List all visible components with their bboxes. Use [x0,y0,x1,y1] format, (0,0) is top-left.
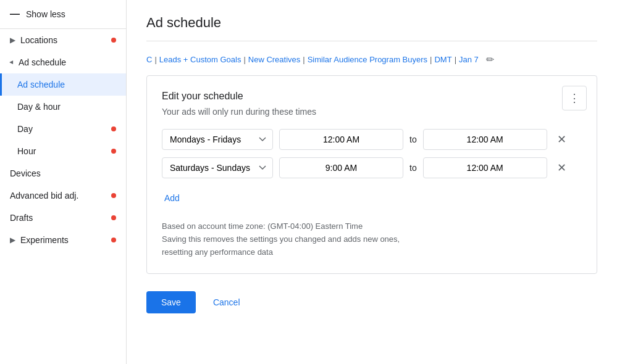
sidebar-item-label: Day & hour [17,102,61,112]
remove-row-1-button[interactable]: ✕ [553,130,570,149]
from-time-2[interactable] [279,157,403,178]
three-dot-button[interactable]: ⋮ [562,86,587,110]
main-content: Ad schedule C | Leads + Custom Goals | N… [127,0,617,364]
dot-indicator [111,126,116,131]
to-label-1: to [409,134,417,144]
sidebar-item-label: Ad schedule [17,80,65,89]
dash-icon: — [10,9,20,20]
add-row-button[interactable]: Add [162,188,182,208]
sidebar-item-devices[interactable]: Devices [0,162,126,184]
sidebar-item-label: Experiments [20,235,69,245]
sidebar: — Show less ▶ Locations ▾ Ad schedule Ad… [0,0,127,364]
schedule-row-2: Mondays - Fridays Saturdays - Sundays Ev… [162,157,582,178]
sidebar-item-advanced-bid[interactable]: Advanced bid adj. [0,184,126,207]
dot-indicator [111,149,116,154]
breadcrumb-dmt[interactable]: DMT [434,55,451,64]
arrow-right-icon: ▶ [10,36,15,44]
schedule-card: ⋮ Edit your schedule Your ads will only … [146,75,597,274]
arrow-down-icon: ▾ [7,60,16,64]
breadcrumb-jan7[interactable]: Jan 7 [459,55,479,64]
breadcrumb-new-creatives[interactable]: New Creatives [248,55,301,64]
sidebar-item-ad-schedule-child[interactable]: Ad schedule [0,73,126,96]
breadcrumb-sep: | [455,55,456,64]
sidebar-item-label: Locations [20,35,57,45]
day-select-2[interactable]: Mondays - Fridays Saturdays - Sundays Ev… [162,157,273,178]
info-line-2: Saving this removes the settings you cha… [162,233,582,246]
breadcrumb: C | Leads + Custom Goals | New Creatives… [146,54,597,65]
show-less-item[interactable]: — Show less [0,0,126,29]
dot-indicator [111,38,116,43]
sidebar-item-label: Hour [17,146,36,156]
info-text: Based on account time zone: (GMT-04:00) … [162,220,582,259]
breadcrumb-sep: | [154,55,156,64]
from-time-1[interactable] [279,129,403,150]
sidebar-item-label: Advanced bid adj. [10,191,78,201]
sidebar-item-label: Ad schedule [19,57,66,67]
breadcrumb-c[interactable]: C [146,55,152,64]
breadcrumb-leads[interactable]: Leads + Custom Goals [159,55,241,64]
to-time-2[interactable] [423,157,547,178]
sidebar-item-locations[interactable]: ▶ Locations [0,29,126,51]
sidebar-item-hour[interactable]: Hour [0,140,126,162]
sidebar-item-day[interactable]: Day [0,118,126,140]
to-time-1[interactable] [423,129,547,150]
arrow-right-icon: ▶ [10,236,15,244]
breadcrumb-similar-audience[interactable]: Similar Audience Program Buyers [308,55,427,64]
sidebar-item-label: Day [17,124,33,134]
day-select-1[interactable]: Mondays - Fridays Saturdays - Sundays Ev… [162,129,273,150]
save-button[interactable]: Save [146,291,196,313]
dot-indicator [111,215,116,220]
sidebar-item-day-hour[interactable]: Day & hour [0,96,126,118]
breadcrumb-sep: | [243,55,245,64]
sidebar-item-experiments[interactable]: ▶ Experiments [0,229,126,251]
sidebar-item-label: Devices [10,168,41,178]
info-line-1: Based on account time zone: (GMT-04:00) … [162,220,582,233]
remove-row-2-button[interactable]: ✕ [553,159,570,177]
schedule-card-title: Edit your schedule [162,91,582,102]
dot-indicator [111,238,116,242]
sidebar-item-ad-schedule-parent[interactable]: ▾ Ad schedule [0,51,126,73]
sidebar-item-label: Drafts [10,213,33,223]
page-title: Ad schedule [146,15,597,41]
cancel-button[interactable]: Cancel [203,291,250,313]
schedule-row-1: Mondays - Fridays Saturdays - Sundays Ev… [162,129,582,150]
action-buttons: Save Cancel [146,291,597,313]
sidebar-item-drafts[interactable]: Drafts [0,207,126,229]
breadcrumb-sep: | [303,55,304,64]
breadcrumb-sep: | [430,55,432,64]
schedule-card-subtitle: Your ads will only run during these time… [162,107,582,117]
dot-indicator [111,193,116,198]
edit-icon[interactable]: ✏ [486,54,494,65]
to-label-2: to [409,163,417,173]
show-less-label: Show less [26,9,65,19]
info-line-3: resetting any performance data [162,246,582,259]
